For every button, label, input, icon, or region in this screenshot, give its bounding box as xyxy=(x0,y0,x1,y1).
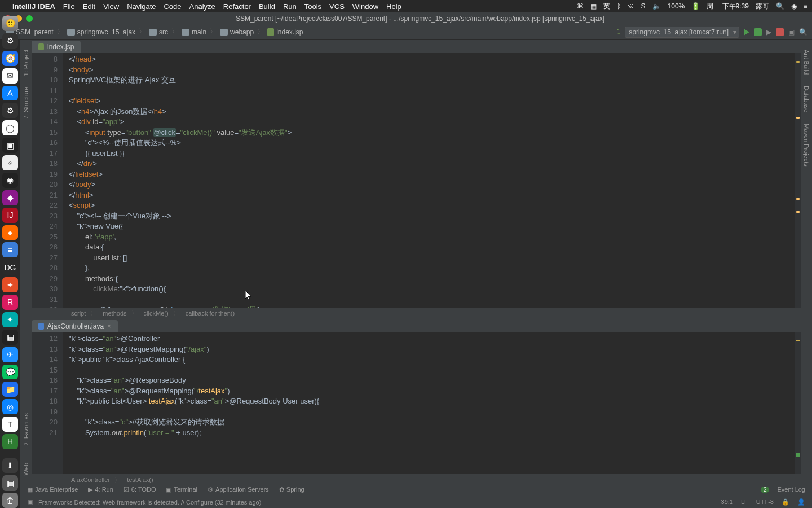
scrollbar[interactable] xyxy=(795,53,801,308)
menu-file[interactable]: File xyxy=(63,2,75,11)
app-icon[interactable]: ⚙ xyxy=(2,33,18,49)
vol-icon[interactable]: 🔈 xyxy=(652,2,661,10)
editor-pane-top[interactable]: 8910111213141516171819202122232425262728… xyxy=(32,53,801,308)
finder-icon[interactable]: 🙂 xyxy=(2,16,18,31)
tool-todo[interactable]: ☑ 6: TODO xyxy=(123,486,156,493)
encoding[interactable]: UTF-8 xyxy=(756,498,774,506)
app-icon[interactable]: ◎ xyxy=(2,399,18,414)
appstore-icon[interactable]: A xyxy=(2,86,18,101)
menu-help[interactable]: Help xyxy=(386,2,401,11)
menu-refactor[interactable]: Refactor xyxy=(223,2,251,11)
line-sep[interactable]: LF xyxy=(741,498,748,506)
hector-icon[interactable]: 👤 xyxy=(797,498,805,506)
tool-web[interactable]: Web xyxy=(23,458,29,480)
menu-navigate[interactable]: Navigate xyxy=(127,2,156,11)
app-icon[interactable]: ✦ xyxy=(2,312,18,327)
battery-icon[interactable]: 100% xyxy=(668,2,685,10)
tool-favorites[interactable]: 2: Favorites xyxy=(23,409,29,450)
obs-icon[interactable]: ◉ xyxy=(2,173,18,188)
tool-maven[interactable]: Maven Projects xyxy=(803,119,810,171)
mail-icon[interactable]: ✉ xyxy=(2,68,18,84)
textedit-icon[interactable]: T xyxy=(2,417,18,432)
menu-window[interactable]: Window xyxy=(352,2,378,11)
tool-javaee[interactable]: ▦ Java Enterprise xyxy=(27,486,78,493)
breadcrumb[interactable]: main xyxy=(180,28,208,36)
menu-tools[interactable]: Tools xyxy=(304,2,321,11)
file-icon xyxy=(38,43,44,50)
app-icon[interactable]: ⚙ xyxy=(2,103,18,118)
run-icon[interactable] xyxy=(744,29,749,36)
stop-icon[interactable] xyxy=(776,28,784,36)
tool-appservers[interactable]: ⚙ Application Servers xyxy=(208,486,269,493)
intellij-icon[interactable]: IJ xyxy=(2,208,18,223)
close-icon[interactable]: × xyxy=(107,322,111,330)
tab-ajaxcontroller[interactable]: AjaxController.java× xyxy=(32,320,118,332)
menu-build[interactable]: Build xyxy=(259,2,275,11)
wifi-icon[interactable]: ᯾ xyxy=(628,2,634,10)
event-badge: 2 xyxy=(761,487,770,493)
tray-icon[interactable]: ▦ xyxy=(590,2,597,10)
app-icon[interactable]: ▦ xyxy=(2,330,18,345)
tray-icon[interactable]: ⌘ xyxy=(577,2,584,10)
chrome-icon[interactable]: ◯ xyxy=(2,120,18,135)
app-icon[interactable]: R xyxy=(2,295,18,310)
tool-run[interactable]: ▶ 4: Run xyxy=(88,486,113,493)
app-icon[interactable]: ▦ xyxy=(2,475,18,491)
datagrip-icon[interactable]: DG xyxy=(2,260,18,275)
tool-project[interactable]: 1: Project xyxy=(23,45,29,80)
cc-icon[interactable]: ≡ xyxy=(804,2,807,10)
user[interactable]: 露哥 xyxy=(756,2,769,11)
caret-pos[interactable]: 39:1 xyxy=(721,498,733,506)
menu-edit[interactable]: Edit xyxy=(83,2,95,11)
menu-analyze[interactable]: Analyze xyxy=(189,2,215,11)
app-icon[interactable]: ◆ xyxy=(2,190,18,205)
toolwindows-icon[interactable]: ▣ xyxy=(27,498,33,506)
wechat-icon[interactable]: 💬 xyxy=(2,365,18,380)
downloads-icon[interactable]: ⬇ xyxy=(2,458,18,474)
menu-run[interactable]: Run xyxy=(283,2,297,11)
ext-icon[interactable]: S xyxy=(641,2,646,10)
tool-spring[interactable]: ✿ Spring xyxy=(279,486,304,493)
safari-icon[interactable]: 🧭 xyxy=(2,51,18,66)
scrollbar[interactable] xyxy=(795,332,801,474)
run-config-select[interactable]: springmvc_15_ajax [tomcat7:run] xyxy=(625,27,739,38)
build-icon[interactable]: ⤵ xyxy=(617,28,620,36)
lock-icon[interactable]: 🔒 xyxy=(782,498,789,506)
vscode-icon[interactable]: ≡ xyxy=(2,242,18,257)
app-icon[interactable]: H xyxy=(2,434,18,449)
folder-icon[interactable]: 📁 xyxy=(2,382,18,397)
menu-code[interactable]: Code xyxy=(164,2,181,11)
breadcrumb[interactable]: webapp xyxy=(219,28,255,36)
terminal-icon[interactable]: ▣ xyxy=(2,138,18,153)
code-area[interactable]: </head><body>SpringMVC框架的进行 Ajax 交互 <fie… xyxy=(63,53,801,308)
app-icon[interactable]: ⟐ xyxy=(2,155,18,170)
coverage-icon[interactable]: ▶ xyxy=(766,28,771,36)
trash-icon[interactable]: 🗑 xyxy=(2,493,18,508)
app-icon[interactable]: ✦ xyxy=(2,277,18,292)
code-area[interactable]: "k">class="an">@Controller"k">class="an"… xyxy=(63,332,801,474)
event-log[interactable]: Event Log xyxy=(777,486,805,493)
menu-view[interactable]: View xyxy=(103,2,119,11)
status-message[interactable]: Frameworks Detected: Web framework is de… xyxy=(38,499,261,506)
layout-icon[interactable]: ▣ xyxy=(788,28,795,36)
breadcrumb[interactable]: springmvc_15_ajax xyxy=(66,28,136,36)
bt-icon[interactable]: ᛒ xyxy=(617,2,621,10)
breadcrumb[interactable]: index.jsp xyxy=(266,28,304,36)
breadcrumb[interactable]: src xyxy=(148,28,169,36)
app-icon[interactable]: ✈ xyxy=(2,347,18,362)
tab-indexjsp[interactable]: index.jsp xyxy=(32,41,81,53)
editor-pane-bottom[interactable]: 12131415161718192021 "k">class="an">@Con… xyxy=(32,332,801,474)
app-icon[interactable]: ● xyxy=(2,225,18,240)
tool-ant[interactable]: Ant Build xyxy=(803,45,810,79)
zoom-icon[interactable] xyxy=(26,15,33,22)
clock[interactable]: 周一 下午9:39 xyxy=(707,2,749,11)
spotlight-icon[interactable]: 🔍 xyxy=(776,2,784,10)
ime-icon[interactable]: 英 xyxy=(603,2,610,11)
tool-terminal[interactable]: ▣ Terminal xyxy=(166,486,197,493)
debug-icon[interactable] xyxy=(754,28,762,36)
tool-database[interactable]: Database xyxy=(803,81,810,117)
tool-structure[interactable]: 7: Structure xyxy=(23,82,29,124)
search-icon[interactable]: 🔍 xyxy=(799,28,807,36)
siri-icon[interactable]: ◉ xyxy=(791,2,797,10)
menu-vcs[interactable]: VCS xyxy=(329,2,345,11)
